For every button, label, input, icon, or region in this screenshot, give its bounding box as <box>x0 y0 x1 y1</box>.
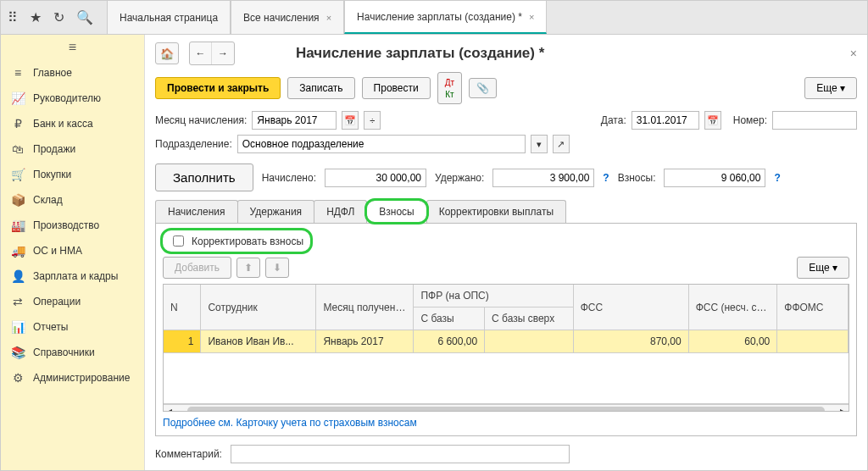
tab-payroll-create[interactable]: Начисление зарплаты (создание) * × <box>344 1 547 34</box>
tab-label: Начисление зарплаты (создание) * <box>357 11 522 23</box>
sidebar-item-main[interactable]: ≡Главное <box>1 60 144 86</box>
tab-label: Начальная страница <box>120 12 218 24</box>
adjust-contributions-checkbox[interactable]: Корректировать взносы <box>163 230 310 252</box>
contributions-table: N Сотрудник Месяц получения ... ПФР (на … <box>163 284 849 412</box>
sidebar-item-sales[interactable]: 🛍Продажи <box>1 136 144 162</box>
number-input[interactable] <box>772 111 857 130</box>
page-title: Начисление зарплаты (создание) * <box>296 45 840 62</box>
dept-label: Подразделение: <box>155 138 232 150</box>
col-n[interactable]: N <box>164 285 201 330</box>
col-pfr[interactable]: ПФР (на ОПС) <box>414 285 573 308</box>
tab-ndfl[interactable]: НДФЛ <box>314 200 367 223</box>
help-icon[interactable]: ? <box>603 172 609 184</box>
dt-kt-button[interactable]: ДтКт <box>437 72 462 104</box>
history-icon[interactable]: ↻ <box>53 9 64 25</box>
sidebar-item-purchases[interactable]: 🛒Покупки <box>1 162 144 187</box>
scroll-right-icon[interactable]: ▸ <box>837 405 849 413</box>
forward-button[interactable]: → <box>212 42 234 64</box>
sidebar-item-warehouse[interactable]: 📦Склад <box>1 187 144 213</box>
calendar-icon[interactable]: 📅 <box>342 111 359 130</box>
tab-accruals[interactable]: Начисления <box>155 200 238 223</box>
exchange-icon: ⇄ <box>11 295 25 308</box>
insurance-card-link[interactable]: Подробнее см. Карточку учета по страховы… <box>163 417 849 429</box>
col-pfr-base[interactable]: С базы <box>414 308 485 330</box>
more-button[interactable]: Еще ▾ <box>804 77 857 99</box>
sidebar-item-operations[interactable]: ⇄Операции <box>1 289 144 314</box>
contrib-label: Взносы: <box>618 172 656 184</box>
back-button[interactable]: ← <box>190 42 212 64</box>
home-button[interactable]: 🏠 <box>155 42 179 64</box>
col-fss[interactable]: ФСС <box>573 285 688 330</box>
close-icon[interactable]: × <box>326 13 331 23</box>
sidebar-item-payroll[interactable]: 👤Зарплата и кадры <box>1 263 144 289</box>
dropdown-icon[interactable]: ▾ <box>531 135 548 153</box>
date-input[interactable] <box>632 111 699 130</box>
home-icon: ≡ <box>11 66 25 80</box>
contrib-input[interactable] <box>664 169 765 187</box>
comment-input[interactable] <box>231 445 570 463</box>
page-close-button[interactable]: × <box>850 47 857 60</box>
move-up-button[interactable]: ⬆ <box>236 258 260 278</box>
person-icon: 👤 <box>11 269 25 283</box>
checkbox[interactable] <box>173 236 184 247</box>
sidebar: ≡ ≡Главное 📈Руководителю ₽Банк и касса 🛍… <box>1 35 145 470</box>
fill-button[interactable]: Заполнить <box>155 163 253 191</box>
bag-icon: 🛍 <box>11 142 25 156</box>
post-button[interactable]: Провести <box>362 77 431 99</box>
cart-icon: 🛒 <box>11 168 25 181</box>
table-row[interactable]: 1 Иванов Иван Ив... Январь 2017 6 600,00… <box>164 330 849 353</box>
sidebar-item-catalogs[interactable]: 📚Справочники <box>1 340 144 365</box>
comment-label: Комментарий: <box>155 448 222 460</box>
add-button[interactable]: Добавить <box>163 257 231 279</box>
star-icon[interactable]: ★ <box>30 9 42 25</box>
dept-input[interactable] <box>237 135 526 153</box>
date-calendar-icon[interactable]: 📅 <box>704 111 721 130</box>
tab-payment-adjust[interactable]: Корректировки выплаты <box>426 200 566 223</box>
move-down-button[interactable]: ⬇ <box>265 258 289 278</box>
withheld-input[interactable] <box>492 169 594 187</box>
scroll-left-icon[interactable]: ◂ <box>164 405 175 413</box>
sidebar-toggle[interactable]: ≡ <box>1 35 144 60</box>
accrued-input[interactable] <box>325 169 426 187</box>
tab-label: Все начисления <box>243 12 320 24</box>
sidebar-item-manager[interactable]: 📈Руководителю <box>1 86 144 111</box>
col-ffoms[interactable]: ФФОМС <box>777 285 849 330</box>
close-icon[interactable]: × <box>529 12 534 22</box>
chart-icon: 📈 <box>11 91 25 105</box>
sidebar-item-bank[interactable]: ₽Банк и касса <box>1 111 144 136</box>
h-scrollbar[interactable]: ◂ ▸ <box>164 404 849 412</box>
tab-contributions[interactable]: Взносы <box>366 200 426 223</box>
col-fss-acc[interactable]: ФСС (несч. случ.) <box>688 285 777 330</box>
report-icon: 📊 <box>11 320 25 334</box>
post-and-close-button[interactable]: Провести и закрыть <box>155 77 281 99</box>
box-icon: 📦 <box>11 193 25 207</box>
tab-deductions[interactable]: Удержания <box>237 200 315 223</box>
col-month[interactable]: Месяц получения ... <box>316 285 414 330</box>
spinner-icon[interactable]: ÷ <box>364 111 381 130</box>
col-pfr-over[interactable]: С базы сверх <box>485 308 574 330</box>
sidebar-item-assets[interactable]: 🚚ОС и НМА <box>1 238 144 263</box>
sidebar-item-production[interactable]: 🏭Производство <box>1 213 144 238</box>
col-employee[interactable]: Сотрудник <box>201 285 316 330</box>
ruble-icon: ₽ <box>11 117 25 130</box>
gear-icon: ⚙ <box>11 371 25 385</box>
tab-all-accruals[interactable]: Все начисления × <box>231 1 344 34</box>
date-label: Дата: <box>601 114 626 126</box>
sidebar-item-admin[interactable]: ⚙Администрирование <box>1 365 144 391</box>
attachment-button[interactable]: 📎 <box>469 78 497 98</box>
apps-icon[interactable]: ⠿ <box>8 9 18 25</box>
tab-home[interactable]: Начальная страница <box>107 1 231 34</box>
sidebar-item-reports[interactable]: 📊Отчеты <box>1 314 144 340</box>
withheld-label: Удержано: <box>435 172 484 184</box>
record-button[interactable]: Записать <box>287 77 354 99</box>
topbar: ⠿ ★ ↻ 🔍 Начальная страница Все начислени… <box>1 1 867 35</box>
open-icon[interactable]: ↗ <box>553 135 570 153</box>
main-content: 🏠 ← → Начисление зарплаты (создание) * ×… <box>145 35 867 470</box>
month-input[interactable] <box>252 111 337 130</box>
table-more-button[interactable]: Еще ▾ <box>797 257 849 279</box>
book-icon: 📚 <box>11 346 25 359</box>
help-icon[interactable]: ? <box>774 172 780 184</box>
number-label: Номер: <box>733 114 767 126</box>
month-label: Месяц начисления: <box>155 114 247 126</box>
search-icon[interactable]: 🔍 <box>76 9 93 25</box>
